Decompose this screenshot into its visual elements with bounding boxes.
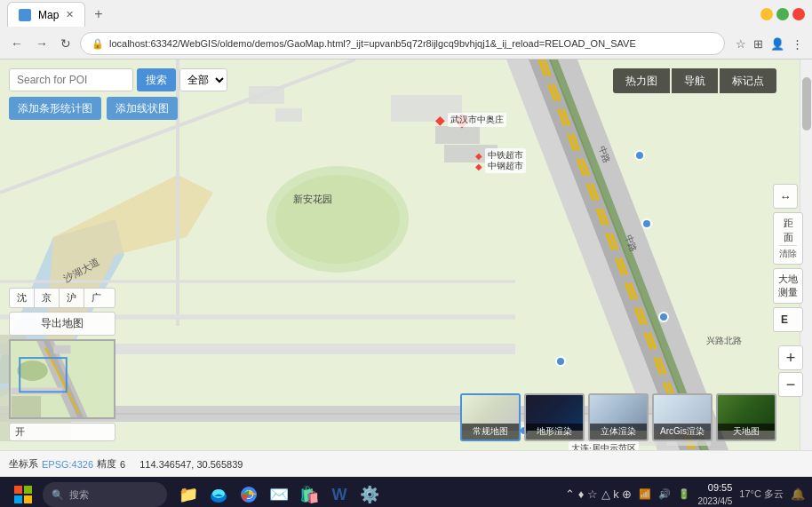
address-bar[interactable]: 🔒 localhost:63342/WebGIS/oldemo/demos/Ga… bbox=[80, 32, 725, 55]
railway-tab-hu[interactable]: 沪 bbox=[60, 289, 84, 307]
tab-bar: Map ✕ + bbox=[0, 0, 812, 28]
taskbar-app-file-explorer[interactable]: 📁 bbox=[174, 480, 203, 507]
taskbar-system-icons: ⌃ ♦ ☆ △ k ⊕ bbox=[565, 487, 632, 501]
layer-label-tianditu: 天地图 bbox=[718, 424, 775, 440]
window-close-btn[interactable] bbox=[792, 8, 805, 20]
new-tab-btn[interactable]: + bbox=[89, 4, 107, 24]
notification-btn[interactable]: 🔔 bbox=[791, 487, 805, 501]
taskbar-network-icon: 📶 bbox=[639, 488, 651, 500]
poi-zhonggang: ◆ 中钢超市 bbox=[475, 159, 526, 173]
taskbar-battery-icon: 🔋 bbox=[678, 488, 690, 500]
taskbar: 🔍 搜索 📁 ✉️ 🛍️ bbox=[0, 477, 812, 507]
add-line-chart-btn[interactable]: 添加线状图 bbox=[107, 97, 178, 120]
zoom-in-btn[interactable]: + bbox=[778, 345, 803, 370]
coordinates-item: 114.346547, 30.565839 bbox=[139, 459, 243, 470]
windows-logo-icon bbox=[14, 486, 32, 503]
svg-rect-43 bbox=[12, 396, 41, 417]
bottom-left-panel: 沈 京 沪 广 导出地图 开 bbox=[9, 288, 115, 441]
export-map-btn[interactable]: 导出地图 bbox=[9, 312, 115, 336]
window-maximize-btn[interactable] bbox=[776, 8, 789, 20]
railway-tab-shen[interactable]: 沈 bbox=[10, 289, 35, 307]
navigation-btn[interactable]: 导航 bbox=[672, 68, 718, 93]
railway-tab-jing[interactable]: 京 bbox=[35, 289, 60, 307]
geodetic-measure-panel[interactable]: 大地 测量 bbox=[773, 268, 803, 304]
layer-thumb-3d[interactable]: 立体渲染 bbox=[588, 393, 649, 441]
add-polygon-chart-btn[interactable]: 添加条形统计图 bbox=[9, 97, 101, 120]
map-search-panel: 搜索 全部 添加条形统计图 添加线状图 bbox=[9, 68, 227, 120]
start-btn[interactable] bbox=[7, 479, 39, 507]
right-toolbar: ↔ 距 面 清除 大地 测量 E bbox=[773, 184, 803, 332]
search-row: 搜索 全部 bbox=[9, 68, 227, 91]
window-minimize-btn[interactable] bbox=[760, 8, 773, 20]
svg-rect-46 bbox=[24, 486, 32, 494]
railway-tab-guang[interactable]: 广 bbox=[84, 289, 108, 307]
menu-icon[interactable]: ⋮ bbox=[790, 36, 805, 52]
precision-label: 精度 bbox=[97, 457, 116, 471]
status-bar: 坐标系 EPSG:4326 精度 6 114.346547, 30.565839 bbox=[0, 450, 812, 477]
zoom-controls: + − bbox=[778, 345, 803, 397]
layer-thumb-arcgis[interactable]: ArcGis渲染 bbox=[652, 393, 712, 441]
extensions-icon[interactable]: ⊞ bbox=[752, 36, 765, 52]
mini-map-svg bbox=[11, 341, 114, 417]
distance-label: 距 bbox=[784, 217, 793, 230]
expand-btn[interactable]: ↔ bbox=[773, 184, 798, 209]
taskbar-app-word[interactable]: W bbox=[325, 480, 354, 507]
layer-thumb-normal[interactable]: 常规地图 bbox=[460, 393, 521, 441]
svg-rect-45 bbox=[14, 486, 22, 494]
svg-point-29 bbox=[635, 151, 644, 160]
svg-rect-48 bbox=[24, 495, 32, 503]
taskbar-search-icon: 🔍 bbox=[52, 489, 64, 501]
poi-search-input[interactable] bbox=[9, 68, 133, 91]
layer-label-3d: 立体渲染 bbox=[590, 424, 647, 440]
tab-favicon bbox=[19, 9, 31, 21]
window-controls bbox=[760, 8, 805, 20]
taskbar-clock[interactable]: 09:55 2023/4/5 bbox=[697, 481, 732, 507]
map-container[interactable]: 沙湖大道 新安花园 中路 中路 兴路北路 兴路路 ◆ 武汉市中奥庄 ◆ 中铁超市… bbox=[0, 59, 812, 450]
search-btn[interactable]: 搜索 bbox=[137, 68, 176, 91]
profile-icon[interactable]: 👤 bbox=[768, 36, 786, 52]
nav-refresh-btn[interactable]: ↻ bbox=[57, 35, 75, 52]
taskbar-app-edge[interactable] bbox=[204, 480, 233, 507]
taskbar-app-mail[interactable]: ✉️ bbox=[265, 480, 293, 507]
taskbar-time-display: 09:55 bbox=[697, 481, 732, 495]
zoom-out-btn[interactable]: − bbox=[778, 372, 803, 397]
tab-close-btn[interactable]: ✕ bbox=[66, 9, 74, 20]
toggle-label[interactable]: 开 bbox=[9, 423, 115, 441]
category-select[interactable]: 全部 bbox=[179, 68, 227, 91]
layer-label-arcgis: ArcGis渲染 bbox=[654, 424, 711, 440]
svg-point-31 bbox=[659, 313, 668, 321]
chrome-icon bbox=[240, 486, 258, 503]
address-bar-row: ← → ↻ 🔒 localhost:63342/WebGIS/oldemo/de… bbox=[0, 28, 812, 59]
svg-point-30 bbox=[642, 219, 651, 228]
taskbar-app-settings[interactable]: ⚙️ bbox=[355, 480, 384, 507]
bookmark-icon[interactable]: ☆ bbox=[734, 36, 748, 52]
nav-back-btn[interactable]: ← bbox=[7, 35, 27, 52]
taskbar-apps: 📁 ✉️ 🛍️ W bbox=[174, 480, 384, 507]
taskbar-search[interactable]: 🔍 搜索 bbox=[43, 482, 167, 507]
taskbar-app-store[interactable]: 🛍️ bbox=[295, 480, 323, 507]
layer-label-normal: 常规地图 bbox=[462, 424, 519, 440]
address-url: localhost:63342/WebGIS/oldemo/demos/GaoM… bbox=[109, 38, 636, 49]
browser-tab[interactable]: Map ✕ bbox=[7, 2, 85, 27]
btn-row: 添加条形统计图 添加线状图 bbox=[9, 97, 227, 120]
crs-label: 坐标系 bbox=[9, 457, 38, 471]
e-btn[interactable]: E bbox=[773, 307, 803, 332]
svg-rect-47 bbox=[14, 495, 22, 503]
clear-btn[interactable]: 清除 bbox=[779, 245, 797, 260]
taskbar-app-chrome[interactable] bbox=[235, 480, 263, 507]
nav-forward-btn[interactable]: → bbox=[32, 35, 52, 52]
poi-label-bottom: 大连·居中示范区 bbox=[569, 441, 639, 450]
layer-thumb-tianditu[interactable]: 天地图 bbox=[716, 393, 776, 441]
marker-btn[interactable]: 标记点 bbox=[720, 68, 776, 93]
crs-value: EPSG:4326 bbox=[42, 459, 93, 470]
svg-point-50 bbox=[212, 489, 225, 498]
taskbar-search-label: 搜索 bbox=[69, 488, 89, 502]
weather-temp: 17°C bbox=[739, 488, 761, 499]
heatmap-btn[interactable]: 热力图 bbox=[613, 68, 670, 93]
browser-chrome: Map ✕ + ← → ↻ 🔒 localhost:63342/WebGIS/o… bbox=[0, 0, 812, 59]
layer-thumb-terrain[interactable]: 地形渲染 bbox=[524, 393, 585, 441]
top-right-panel: 热力图 导航 标记点 bbox=[613, 68, 776, 93]
mini-map[interactable] bbox=[9, 339, 115, 419]
geo-label2: 测量 bbox=[778, 286, 798, 299]
measure-panel: 距 面 清除 bbox=[773, 212, 803, 265]
